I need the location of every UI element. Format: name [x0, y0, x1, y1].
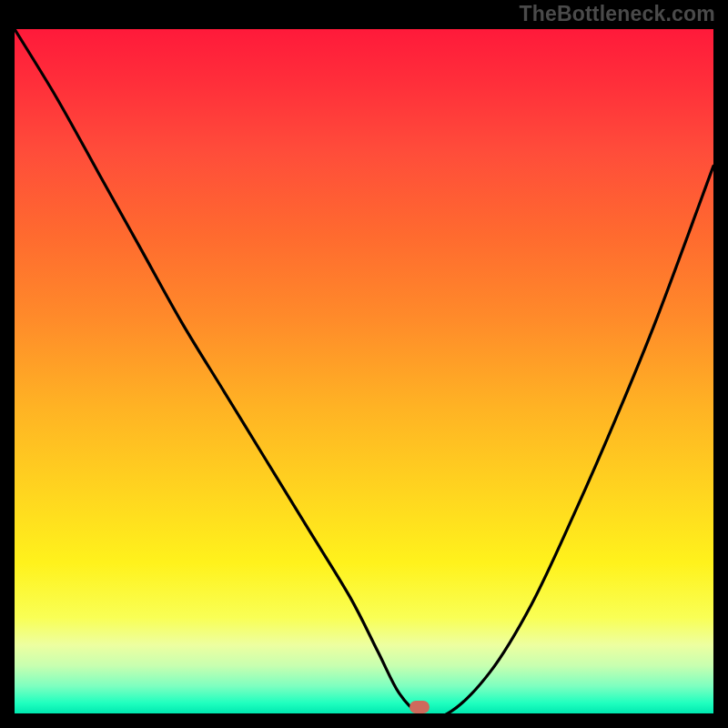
plot-area [15, 29, 713, 713]
trough-marker [410, 701, 430, 713]
bottleneck-curve [15, 29, 713, 713]
chart-frame: TheBottleneck.com [0, 0, 728, 728]
watermark-text: TheBottleneck.com [519, 2, 715, 26]
